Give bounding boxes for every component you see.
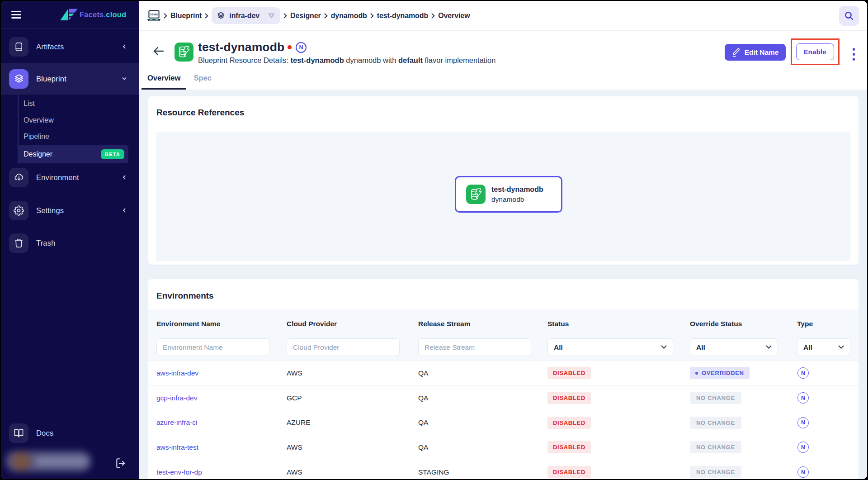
environment-link[interactable]: aws-infra-test [156,443,287,451]
sidebar-item-trash[interactable]: Trash [9,233,139,253]
status-badge: DISABLED [547,466,591,478]
page-subtitle: Blueprint Resource Details: test-dynamod… [198,56,495,65]
override-status-badge: OVERRIDDEN [690,367,750,379]
subtitle-mid: dynamodb with [344,56,398,64]
submenu-item-list[interactable]: List [1,95,139,112]
sidebar-item-blueprint-wrap: Blueprint [1,63,139,95]
subtitle-resource-name: test-dynamodb [291,56,344,64]
subtitle-flavor: default [398,56,423,64]
breadcrumb: DEMO Blueprint infra-dev Designer [147,7,470,24]
hamburger-bar [11,17,21,19]
brand-text-cloud: cloud [106,10,126,19]
status-cell: DISABLED [547,466,690,478]
demo-label: DEMO [150,13,158,15]
tab-overview[interactable]: Overview [142,74,186,90]
filter-cloud-provider: Cloud Provider [287,320,418,356]
user-avatar[interactable] [5,447,95,475]
kebab-dot [853,48,855,51]
settings-gear-icon [9,201,28,220]
override-status-filter-select[interactable]: All [690,338,778,356]
table-row: aws-infra-test AWS QA DISABLED NO CHANGE… [148,435,859,460]
environment-link[interactable]: aws-infra-dev [156,369,287,377]
dynamodb-resource-icon [175,43,193,62]
search-icon [844,10,854,21]
title-row: test-dynamodb N [198,40,307,54]
breadcrumb-item-designer[interactable]: Designer [290,12,321,20]
type-n-icon: N [797,466,809,478]
sidebar-item-artifacts[interactable]: Artifacts [9,37,139,57]
release-stream-filter-input[interactable] [418,338,531,356]
submenu-item-designer[interactable]: Designer BETA [18,145,128,163]
enable-button[interactable]: Enable [796,43,834,60]
badge-label: NO CHANGE [696,444,735,451]
filter-environment-name: Environment Name [156,320,287,356]
kebab-menu-icon[interactable] [852,47,856,62]
brand-logo[interactable]: Facets.cloud [60,9,126,21]
submenu-item-pipeline[interactable]: Pipeline [1,128,139,145]
breadcrumb-separator-icon [324,13,328,19]
dropdown-triangle-icon [268,13,275,19]
page-header: test-dynamodb N Blueprint Resource Detai… [139,31,867,90]
badge-label: NO CHANGE [696,394,735,401]
sidebar-item-environment[interactable]: Environment [9,167,139,187]
subtitle-suffix: flavor implementation [423,56,495,64]
type-cell: N [797,392,859,404]
column-header-status: Status [547,320,690,328]
select-value: All [803,343,812,352]
sidebar-item-docs[interactable]: Docs [9,423,139,443]
environment-selector[interactable]: infra-dev [212,7,280,24]
environment-link[interactable]: test-env-for-dp [156,468,287,476]
sidebar-footer: Docs [1,407,139,479]
override-status-cell: NO CHANGE [690,392,797,404]
app-window: Facets.cloud Artifacts Blueprint [1,1,867,479]
hamburger-menu-icon[interactable] [11,11,21,19]
badge-label: NO CHANGE [696,469,735,475]
cloud-provider-cell: AWS [287,443,418,451]
back-arrow-icon[interactable] [152,46,165,58]
type-n-icon: N [797,417,809,428]
cloud-provider-cell: AWS [287,369,418,377]
topbar: DEMO Blueprint infra-dev Designer [139,1,867,31]
breadcrumb-item-overview[interactable]: Overview [438,12,470,20]
column-header-environment-name: Environment Name [156,320,287,328]
breadcrumb-item-blueprint[interactable]: Blueprint [170,12,202,20]
edit-name-button[interactable]: Edit Name [725,44,786,61]
environments-table: aws-infra-dev AWS QA DISABLED OVERRIDDEN… [148,361,859,479]
tab-spec[interactable]: Spec [188,74,217,90]
page-content: Resource References [139,90,867,479]
hamburger-bar [11,11,21,12]
table-filter-row: Environment Name Cloud Provider Release … [148,309,859,361]
breadcrumb-separator-icon [431,13,435,19]
logout-icon[interactable] [115,457,127,470]
kebab-dot [853,58,855,61]
status-cell: DISABLED [547,417,690,429]
sidebar-divider [1,407,139,407]
resource-node[interactable]: test-dynamodb dynamodb [455,176,562,213]
breadcrumb-item-test-dynamodb[interactable]: test-dynamodb [377,12,428,20]
type-filter-select[interactable]: All [797,338,850,356]
annotation-red-box: Enable [791,38,840,65]
demo-laptop-icon: DEMO [147,10,160,22]
environment-link[interactable]: gcp-infra-dev [156,394,287,402]
subtitle-prefix: Blueprint Resource Details: [198,56,291,64]
environment-link[interactable]: azure-infra-ci [156,418,287,427]
trash-icon [9,233,28,253]
chevron-left-icon [121,43,127,50]
release-stream-cell: QA [418,443,547,451]
status-badge: DISABLED [547,417,591,429]
breadcrumb-item-dynamodb[interactable]: dynamodb [331,12,367,20]
override-status-cell: NO CHANGE [690,466,797,478]
cloud-provider-filter-input[interactable] [287,338,400,356]
override-status-cell: NO CHANGE [690,417,797,429]
submenu-item-overview[interactable]: Overview [1,112,139,129]
search-button[interactable] [839,6,859,26]
sidebar-nav: Artifacts Blueprint List Overview Pipeli… [1,37,139,253]
status-filter-select[interactable]: All [547,338,673,356]
breadcrumb-separator-icon [163,13,168,19]
environment-name-filter-input[interactable] [156,338,269,356]
sidebar-item-blueprint[interactable]: Blueprint [9,69,139,89]
override-status-badge: NO CHANGE [690,392,741,404]
main-area: DEMO Blueprint infra-dev Designer [139,1,867,479]
sidebar-item-settings[interactable]: Settings [9,200,139,220]
kebab-dot [853,53,855,56]
